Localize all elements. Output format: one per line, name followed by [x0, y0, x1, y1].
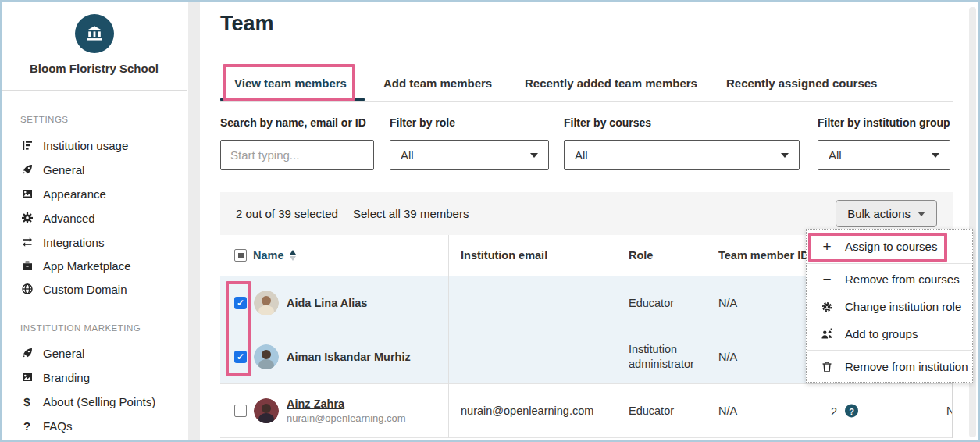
sidebar-item-branding[interactable]: Branding [20, 369, 90, 386]
select-all-checkbox[interactable] [234, 249, 247, 262]
sidebar-item-label: App Marketplace [43, 259, 131, 273]
tab-recently-assigned-courses[interactable]: Recently assigned courses [726, 77, 877, 90]
member-id-cell: N/A [718, 405, 737, 417]
swap-arrows-icon [20, 236, 34, 249]
row-checkbox[interactable]: ✓ [234, 297, 247, 309]
filter-role-label: Filter by role [390, 116, 455, 129]
help-icon[interactable]: ? [845, 405, 858, 418]
filter-group-value: All [829, 141, 842, 169]
sidebar-item-label: FAQs [43, 419, 73, 433]
member-role-cell: Educator [629, 404, 716, 419]
sidebar-item-institution-usage[interactable]: Institution usage [20, 137, 128, 154]
column-header-email: Institution email [461, 249, 547, 262]
sidebar-item-label: Advanced [43, 212, 95, 225]
sidebar-item-label: Branding [43, 371, 90, 384]
globe-icon [20, 283, 34, 296]
rocket-icon [20, 347, 34, 360]
member-sub-email: nurain@openlearning.com [287, 412, 406, 424]
menu-item-label: Add to groups [845, 327, 918, 340]
image-icon [20, 371, 34, 384]
sidebar-item-faqs[interactable]: ? FAQs [20, 417, 73, 434]
member-email-cell: nurain@openlearning.com [461, 405, 593, 417]
bulk-actions-button-label: Bulk actions [847, 207, 911, 220]
usage-chart-icon [20, 139, 34, 152]
filter-courses-label: Filter by courses [564, 116, 651, 129]
sidebar-item-label: General [43, 163, 84, 176]
main-content: Team View team members Add team members … [200, 2, 978, 440]
section-label-institution-marketing: INSTITUTION MARKETING [20, 323, 141, 333]
menu-separator [807, 350, 972, 351]
marketplace-icon [20, 259, 34, 273]
filter-group-select[interactable]: All [818, 140, 950, 170]
sidebar-item-about-selling-points[interactable]: $ About (Selling Points) [20, 393, 155, 410]
bank-icon [84, 23, 105, 44]
filter-courses-value: All [575, 141, 588, 169]
sidebar-scrollbar-track[interactable] [188, 2, 200, 440]
member-name-link[interactable]: Aida Lina Alias [287, 297, 367, 309]
filter-role-select[interactable]: All [390, 140, 549, 170]
filter-group-label: Filter by institution group [818, 116, 950, 129]
courses-count: 2 [831, 405, 837, 417]
row-checkbox[interactable] [234, 405, 247, 417]
sidebar-item-label: Custom Domain [43, 283, 127, 296]
minus-icon: − [820, 273, 834, 287]
member-name-link[interactable]: Aiman Iskandar Murhiz [287, 351, 411, 363]
member-role-cell: Educator [629, 296, 716, 311]
gear-icon [20, 212, 34, 225]
bulk-actions-button[interactable]: Bulk actions [836, 200, 937, 227]
column-header-name[interactable]: Name [253, 249, 296, 262]
filter-role-value: All [401, 141, 414, 169]
table-row[interactable]: Ainz Zahra nurain@openlearning.com nurai… [220, 384, 953, 438]
sidebar-item-general-settings[interactable]: General [20, 161, 84, 178]
menu-item-remove-from-courses[interactable]: − Remove from courses [807, 266, 972, 293]
search-label: Search by name, email or ID [220, 116, 366, 129]
menu-item-remove-from-institution[interactable]: Remove from institution [807, 353, 972, 380]
bulk-actions-menu: + Assign to courses − Remove from course… [806, 229, 973, 383]
menu-item-label: Remove from institution [845, 360, 968, 373]
selection-count-text: 2 out of 39 selected [236, 192, 338, 235]
menu-item-assign-to-courses[interactable]: + Assign to courses [807, 233, 972, 260]
menu-item-label: Remove from courses [845, 273, 960, 286]
tab-view-team-members[interactable]: View team members [234, 77, 347, 90]
sidebar-item-label: About (Selling Points) [43, 395, 155, 408]
institution-logo[interactable] [75, 14, 114, 53]
member-name-link[interactable]: Ainz Zahra [287, 397, 344, 410]
row-checkbox[interactable]: ✓ [234, 351, 247, 363]
sidebar-item-custom-domain[interactable]: Custom Domain [20, 280, 127, 298]
sort-arrows-icon[interactable] [290, 250, 296, 261]
question-icon: ? [20, 419, 34, 433]
sidebar-item-app-marketplace[interactable]: App Marketplace [20, 257, 131, 274]
column-header-role: Role [629, 249, 653, 262]
school-name: Bloom Floristry School [2, 62, 187, 75]
search-input[interactable] [220, 140, 374, 170]
page: Bloom Floristry School SETTINGS Institut… [0, 0, 980, 442]
member-courses-cell: 2 ? [831, 405, 858, 418]
tab-add-team-members[interactable]: Add team members [383, 77, 492, 90]
chevron-down-icon [781, 153, 789, 158]
select-all-link[interactable]: Select all 39 members [353, 192, 469, 235]
sidebar-item-label: Institution usage [43, 139, 128, 152]
page-title: Team [220, 12, 274, 36]
rocket-icon [20, 163, 34, 176]
sidebar-item-integrations[interactable]: Integrations [20, 233, 104, 251]
menu-item-label: Assign to courses [845, 240, 937, 253]
sidebar-item-label: General [43, 347, 84, 360]
image-icon [20, 187, 34, 201]
avatar [254, 291, 279, 315]
section-label-settings: SETTINGS [20, 115, 69, 124]
tabs-bottom-border [220, 101, 953, 102]
chevron-down-icon [918, 212, 925, 216]
sidebar: Bloom Floristry School SETTINGS Institut… [2, 2, 187, 440]
sidebar-item-general-marketing[interactable]: General [20, 344, 84, 362]
column-header-team-member-id: Team member ID [718, 249, 809, 262]
add-to-group-icon [820, 327, 834, 341]
trash-icon [820, 360, 834, 374]
sidebar-item-appearance[interactable]: Appearance [20, 185, 106, 202]
menu-item-change-institution-role[interactable]: Change institution role [807, 293, 972, 320]
tab-recently-added-team-members[interactable]: Recently added team members [525, 77, 697, 90]
filter-courses-select[interactable]: All [564, 140, 800, 170]
menu-item-add-to-groups[interactable]: Add to groups [807, 320, 972, 348]
sidebar-item-advanced[interactable]: Advanced [20, 209, 95, 226]
sidebar-item-label: Appearance [43, 187, 106, 201]
avatar [254, 398, 279, 423]
